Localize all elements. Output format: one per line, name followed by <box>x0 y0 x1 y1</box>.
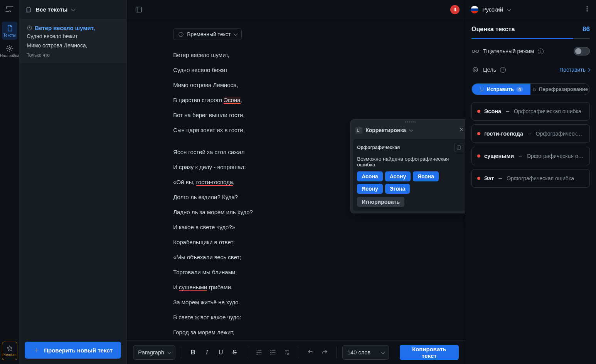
target-icon <box>471 66 479 73</box>
suggestion-button[interactable]: Асона <box>357 171 383 181</box>
suggestion-button[interactable]: Ясону <box>357 184 383 194</box>
rail-label: Настройки <box>0 54 19 58</box>
error-dot-icon <box>477 177 480 180</box>
bold-button[interactable]: B <box>187 346 200 359</box>
editor-panel: 4 Временный текст Ветер весело шумит, Су… <box>127 0 465 364</box>
issue-tabs: Исправить 4 Перефразирование <box>471 83 590 95</box>
svg-rect-2 <box>136 7 142 12</box>
glasses-icon <box>471 49 479 54</box>
score-progress <box>471 38 590 39</box>
editor-topbar: 4 <box>127 0 465 19</box>
issue-card[interactable]: Ээт – Орфографическая ошибка <box>471 169 590 188</box>
editor-body[interactable]: Временный текст Ветер весело шумит, Судн… <box>127 19 465 340</box>
lock-icon <box>532 87 537 92</box>
dictionary-button[interactable] <box>454 143 463 152</box>
chevron-right-icon <box>587 68 591 72</box>
tab-rephrase-label: Перефразирование <box>539 86 588 92</box>
italic-button[interactable]: I <box>200 346 214 359</box>
text-line: Судно весело бежит <box>173 66 419 74</box>
error-message: Возможно найдена орфографическая ошибка. <box>357 156 463 168</box>
issue-card[interactable]: сущеными – Орфографическая ошибка <box>471 147 590 165</box>
error-category: Орфографическая <box>357 145 400 150</box>
close-button[interactable] <box>457 125 465 135</box>
thorough-mode-label: Тщательный режим <box>483 48 534 54</box>
chevron-down-icon <box>167 349 172 354</box>
error-count-badge[interactable]: 4 <box>450 5 460 14</box>
toggle-sidebar-button[interactable] <box>132 3 145 16</box>
close-icon <box>459 127 464 132</box>
chevron-down-icon <box>234 32 238 36</box>
info-icon[interactable]: i <box>500 67 506 73</box>
doclist-filter-dropdown[interactable]: Все тексты <box>19 0 126 19</box>
svg-point-9 <box>587 8 588 9</box>
text-line: Ветер весело шумит, <box>173 51 419 59</box>
svg-point-13 <box>473 67 478 72</box>
redo-button[interactable] <box>318 346 331 359</box>
error-dot-icon <box>477 154 480 158</box>
chevron-down-icon <box>380 349 385 354</box>
suggestion-button[interactable]: Асону <box>385 171 411 181</box>
text-line: Вот на берег вышли гости, <box>173 111 419 119</box>
popover-title: Корректировка <box>365 127 406 133</box>
issue-type: Орфографическая ошибка <box>514 108 584 114</box>
suggestion-button[interactable]: Ясона <box>413 171 439 181</box>
set-goal-link[interactable]: Поставить <box>559 67 590 73</box>
ignore-button[interactable]: Игнорировать <box>357 197 404 207</box>
correction-popover: LT Корректировка Орфографическая Возможн… <box>350 119 465 213</box>
copy-label: Копировать текст <box>412 346 446 359</box>
issue-word: гости-господа <box>484 131 523 137</box>
doc-title: Ветер весело шумит, <box>35 25 95 31</box>
new-text-button[interactable]: Проверить новый текст <box>25 342 121 359</box>
error-dot-icon <box>477 132 480 135</box>
strikethrough-button[interactable]: S <box>228 346 241 359</box>
undo-button[interactable] <box>304 346 317 359</box>
issue-type: Орфографическая ошибка <box>527 153 584 159</box>
score-value: 86 <box>583 25 590 33</box>
popover-drag-handle[interactable] <box>351 120 465 124</box>
app-rail: Тексты Настройки Premium <box>0 0 19 364</box>
spelling-error[interactable]: Эсона <box>224 97 240 104</box>
more-menu-button[interactable] <box>584 5 591 14</box>
right-panel: Русский Оценка текста 86 Тщательный режи… <box>465 0 596 364</box>
clear-format-button[interactable] <box>280 346 293 359</box>
tab-fix[interactable]: Исправить 4 <box>472 84 530 95</box>
temp-text-dropdown[interactable]: Временный текст <box>173 29 242 40</box>
format-dropdown[interactable]: Paragraph <box>133 345 175 360</box>
suggestion-button[interactable]: Эгона <box>385 184 410 194</box>
spelling-error[interactable]: гости-господа <box>196 179 233 186</box>
issue-card[interactable]: гости-господа – Орфографическая ош… <box>471 124 590 143</box>
underline-button[interactable]: U <box>214 346 227 359</box>
ordered-list-button[interactable] <box>253 346 266 359</box>
clock-icon <box>27 25 32 31</box>
rail-label: Тексты <box>3 33 15 37</box>
wordcount-dropdown[interactable]: 140 слов <box>342 345 389 360</box>
rail-item-texts[interactable]: Тексты <box>2 22 17 40</box>
text-line: Город за морем лежит, <box>173 328 419 336</box>
doc-snippet: Судно весело бежит <box>27 33 120 40</box>
copy-text-button[interactable]: Копировать текст <box>400 345 459 360</box>
tab-rephrase[interactable]: Перефразирование <box>530 84 589 95</box>
gear-icon <box>5 44 14 53</box>
text-line: И сущеными грибами. <box>173 283 419 291</box>
rail-item-settings[interactable]: Настройки <box>2 42 17 60</box>
issue-type: Орфографическая ош… <box>536 131 584 137</box>
premium-button[interactable]: Premium <box>2 342 17 360</box>
svg-point-11 <box>472 50 475 53</box>
premium-label: Premium <box>3 353 17 357</box>
spelling-error[interactable]: сущеными <box>179 284 207 291</box>
issue-word: Эсона <box>484 108 501 114</box>
text-line: В свете ж вот какое чудо: <box>173 313 419 321</box>
unordered-list-button[interactable] <box>266 346 279 359</box>
issue-card[interactable]: Эсона – Орфографическая ошибка <box>471 102 590 121</box>
issue-word: сущеными <box>484 153 514 159</box>
format-label: Paragraph <box>138 349 164 356</box>
thorough-mode-toggle[interactable] <box>574 47 590 55</box>
chevron-down-icon[interactable] <box>409 127 413 132</box>
chevron-down-icon[interactable] <box>507 7 511 11</box>
error-dot-icon <box>477 110 480 113</box>
info-icon[interactable]: i <box>538 49 544 54</box>
text-line: «Мы объехали весь свет; <box>173 253 419 261</box>
text-line: В царство старого Эсона, <box>173 96 419 104</box>
document-card[interactable]: Ветер весело шумит, Судно весело бежит М… <box>19 19 126 63</box>
goal-label: Цель <box>483 67 496 73</box>
